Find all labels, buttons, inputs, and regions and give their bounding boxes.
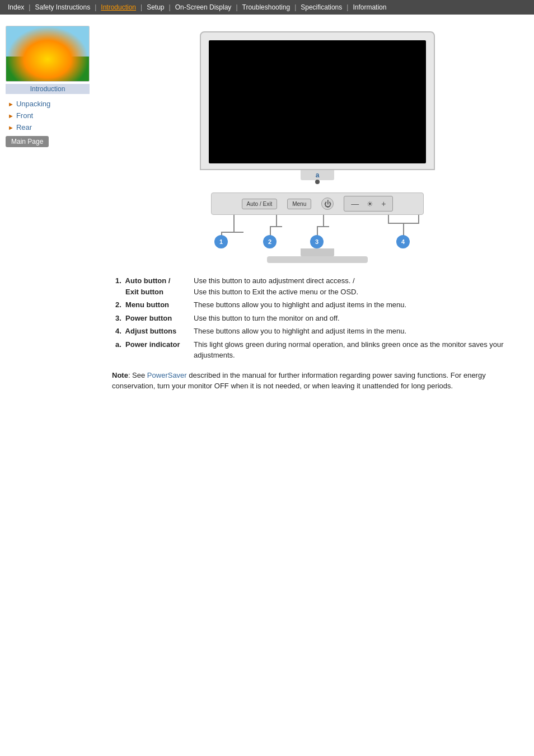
hline-3 — [317, 226, 329, 227]
monitor-base — [267, 256, 368, 263]
desc-detail-1: Use this button to auto adjustment direc… — [190, 274, 523, 298]
desc-term-3: 3. Power button — [112, 312, 190, 325]
monitor-stand-neck — [301, 248, 334, 256]
sidebar: Introduction ► Unpacking ► Front ► Rear … — [0, 20, 106, 397]
vline-2 — [276, 215, 277, 226]
callout-circle-1: 1 — [214, 235, 228, 248]
indicator-label-area: a — [315, 171, 320, 184]
hline-2 — [270, 226, 282, 227]
button-bar: Auto / Exit Menu ⏻ — [211, 192, 424, 215]
adjust-buttons: — ☀ + — [344, 196, 393, 212]
nav-item-introduction[interactable]: Introduction — [97, 2, 139, 12]
content: Introduction ► Unpacking ► Front ► Rear … — [0, 15, 534, 403]
indicator-dot — [315, 180, 320, 184]
minus-button[interactable]: — — [349, 198, 361, 209]
vline-4-left — [388, 215, 389, 223]
sidebar-item-front[interactable]: ► Front — [6, 110, 101, 121]
plus-button[interactable]: + — [379, 198, 388, 209]
hline-1 — [221, 232, 243, 233]
note-text-before-link: : See — [128, 371, 147, 379]
nav-separator: | — [93, 3, 97, 11]
desc-term-4: 4. Adjust buttons — [112, 325, 190, 338]
vline-4-right — [418, 215, 419, 223]
navbar: Index|Safety Instructions|Introduction|S… — [0, 0, 534, 15]
monitor-wrap: a Auto / Exit Menu — [200, 31, 435, 263]
sidebar-thumbnail — [6, 26, 90, 82]
desc-term-a: a. Power indicator — [112, 338, 190, 362]
sidebar-item-unpacking[interactable]: ► Unpacking — [6, 98, 101, 109]
menu-group: Menu — [287, 199, 311, 209]
auto-exit-button[interactable]: Auto / Exit — [242, 199, 278, 209]
callout-circle-4: 4 — [396, 235, 410, 248]
nav-separator: | — [345, 3, 349, 11]
sidebar-item-label: Front — [16, 111, 33, 120]
note-label: Note — [112, 371, 128, 379]
auto-exit-group: Auto / Exit — [242, 199, 278, 209]
power-icon: ⏻ — [324, 200, 331, 208]
nav-item-on-screen-display[interactable]: On-Screen Display — [172, 2, 235, 12]
adjust-group: — ☀ + — [344, 196, 393, 212]
nav-item-setup[interactable]: Setup — [143, 2, 167, 12]
nav-item-index[interactable]: Index — [4, 2, 27, 12]
desc-detail-3: Use this button to turn the monitor on a… — [190, 312, 523, 325]
sidebar-section-label: Introduction — [6, 84, 90, 94]
power-button[interactable]: ⏻ — [321, 198, 334, 210]
desc-row-4: 4. Adjust buttons These buttons allow yo… — [112, 325, 523, 338]
descriptions-table: 1. Auto button / Exit button Use this bu… — [112, 274, 523, 362]
note-section: Note: See PowerSaver described in the ma… — [112, 370, 493, 392]
vline-1 — [233, 215, 235, 232]
callout-area: 1 2 3 4 — [211, 215, 424, 248]
nav-separator: | — [235, 3, 238, 11]
nav-item-specifications[interactable]: Specifications — [297, 2, 345, 12]
nav-item-safety-instructions[interactable]: Safety Instructions — [31, 2, 93, 12]
nav-separator: | — [139, 3, 143, 11]
indicator-area: a — [211, 170, 424, 192]
nav-item-troubleshooting[interactable]: Troubleshooting — [239, 2, 294, 12]
menu-button[interactable]: Menu — [287, 199, 311, 209]
main-content: a Auto / Exit Menu — [106, 20, 534, 397]
sidebar-item-label: Rear — [16, 123, 32, 132]
arrow-icon: ► — [8, 101, 14, 107]
sidebar-item-label: Unpacking — [16, 100, 50, 108]
button-bar-container: Auto / Exit Menu ⏻ — [211, 192, 424, 215]
brightness-icon[interactable]: ☀ — [364, 199, 376, 209]
desc-detail-4: These buttons allow you to highlight and… — [190, 325, 523, 338]
callout-circle-2: 2 — [263, 235, 277, 248]
desc-detail-2: These buttons allow you to highlight and… — [190, 298, 523, 312]
desc-row-3: 3. Power button Use this button to turn … — [112, 312, 523, 325]
power-group: ⏻ — [321, 198, 334, 210]
indicator-a-label: a — [315, 171, 320, 179]
desc-row-1: 1. Auto button / Exit button Use this bu… — [112, 274, 523, 298]
arrow-icon: ► — [8, 124, 14, 131]
monitor-screen — [209, 40, 426, 163]
monitor-illustration: a Auto / Exit Menu — [112, 31, 523, 263]
nav-separator: | — [293, 3, 297, 11]
sidebar-item-rear[interactable]: ► Rear — [6, 122, 101, 133]
desc-term-1: 1. Auto button / Exit button — [112, 274, 190, 298]
arrow-icon: ► — [8, 112, 14, 119]
vline-3 — [323, 215, 324, 226]
desc-row-a: a. Power indicator This light glows gree… — [112, 338, 523, 362]
nav-separator: | — [27, 3, 31, 11]
nav-separator: | — [168, 3, 172, 11]
desc-detail-a: This light glows green during normal ope… — [190, 338, 523, 362]
powersaver-link[interactable]: PowerSaver — [147, 371, 187, 379]
callout-circle-3: 3 — [310, 235, 324, 248]
main-page-button[interactable]: Main Page — [6, 136, 49, 147]
monitor-body — [200, 31, 435, 170]
nav-item-information[interactable]: Information — [349, 2, 390, 12]
desc-row-2: 2. Menu button These buttons allow you t… — [112, 298, 523, 312]
desc-term-2: 2. Menu button — [112, 298, 190, 312]
